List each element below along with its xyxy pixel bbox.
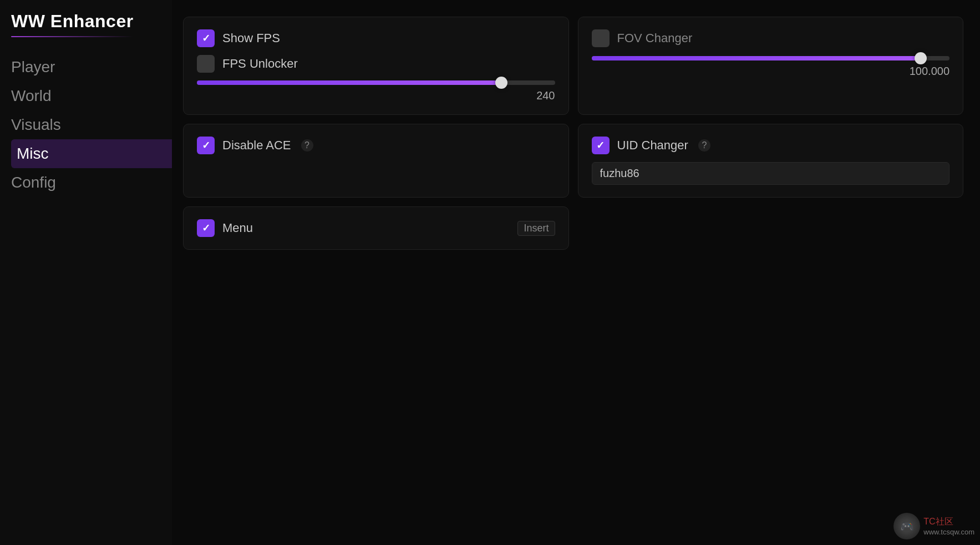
fov-checkbox[interactable] bbox=[592, 29, 610, 47]
ace-label: Disable ACE bbox=[222, 138, 291, 153]
fov-slider-container: 100.000 bbox=[592, 56, 950, 78]
sidebar-item-world[interactable]: World bbox=[11, 82, 172, 110]
fps-unlocker-checkbox[interactable] bbox=[197, 55, 215, 73]
ace-checkbox[interactable]: ✓ bbox=[197, 137, 215, 154]
app-title: WW Enhancer bbox=[11, 11, 172, 32]
menu-checkbox-row: ✓ Menu bbox=[197, 219, 253, 237]
ace-help-badge[interactable]: ? bbox=[301, 139, 313, 152]
sidebar-item-player[interactable]: Player bbox=[11, 53, 172, 82]
menu-row: ✓ Menu Insert bbox=[197, 219, 555, 237]
checkmark-icon: ✓ bbox=[202, 139, 210, 152]
uid-header-row: ✓ UID Changer ? bbox=[592, 137, 950, 154]
checkmark-icon: ✓ bbox=[202, 222, 210, 234]
uid-help-badge[interactable]: ? bbox=[698, 139, 710, 152]
sidebar-divider bbox=[11, 36, 133, 37]
sidebar-item-config[interactable]: Config bbox=[11, 168, 172, 197]
show-fps-row: ✓ Show FPS bbox=[197, 29, 555, 47]
sidebar-item-visuals[interactable]: Visuals bbox=[11, 110, 172, 139]
fov-slider-fill bbox=[592, 56, 921, 60]
ace-card: ✓ Disable ACE ? bbox=[183, 124, 569, 198]
fps-slider-container: 240 bbox=[197, 80, 555, 102]
checkmark-icon: ✓ bbox=[202, 32, 210, 44]
watermark-site: www.tcsqw.com bbox=[923, 528, 974, 536]
uid-card: ✓ UID Changer ? bbox=[578, 124, 964, 198]
fov-card: FOV Changer 100.000 bbox=[578, 17, 964, 115]
watermark: 🎮 TC社区 www.tcsqw.com bbox=[893, 513, 974, 539]
fov-label: FOV Changer bbox=[617, 31, 693, 46]
menu-checkbox[interactable]: ✓ bbox=[197, 219, 215, 237]
fov-header-row: FOV Changer bbox=[592, 29, 950, 47]
fps-unlocker-label: FPS Unlocker bbox=[222, 57, 298, 71]
show-fps-label: Show FPS bbox=[222, 31, 280, 46]
sidebar-item-misc[interactable]: Misc bbox=[11, 139, 172, 168]
ace-row: ✓ Disable ACE ? bbox=[197, 137, 555, 154]
show-fps-checkbox[interactable]: ✓ bbox=[197, 29, 215, 47]
sidebar-nav: PlayerWorldVisualsMiscConfig bbox=[11, 53, 172, 197]
menu-label: Menu bbox=[222, 221, 253, 235]
fps-unlocker-row: FPS Unlocker bbox=[197, 55, 555, 73]
fov-slider-value: 100.000 bbox=[592, 65, 950, 78]
fov-slider-track[interactable] bbox=[592, 56, 950, 60]
watermark-text: TC社区 www.tcsqw.com bbox=[923, 516, 974, 536]
checkmark-icon: ✓ bbox=[596, 139, 605, 152]
watermark-icon: 🎮 bbox=[893, 513, 920, 539]
fps-slider-value: 240 bbox=[197, 89, 555, 102]
fps-card: ✓ Show FPS FPS Unlocker 240 bbox=[183, 17, 569, 115]
uid-label: UID Changer bbox=[617, 138, 688, 153]
fps-slider-fill bbox=[197, 80, 501, 85]
uid-input[interactable] bbox=[592, 162, 950, 185]
fps-slider-thumb[interactable] bbox=[495, 77, 507, 89]
uid-checkbox[interactable]: ✓ bbox=[592, 137, 610, 154]
fps-slider-track[interactable] bbox=[197, 80, 555, 85]
menu-key-badge: Insert bbox=[517, 221, 555, 236]
watermark-tc: TC社区 bbox=[923, 516, 974, 528]
menu-card: ✓ Menu Insert bbox=[183, 206, 569, 250]
sidebar: WW Enhancer PlayerWorldVisualsMiscConfig bbox=[0, 0, 172, 545]
fov-slider-thumb[interactable] bbox=[915, 52, 927, 64]
main-content: ✓ Show FPS FPS Unlocker 240 FOV Changer bbox=[172, 0, 980, 545]
